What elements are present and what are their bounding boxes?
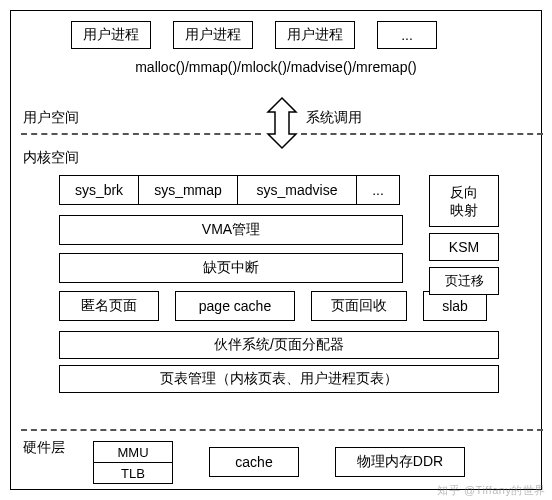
syscall-ellipsis: ... [356, 175, 400, 205]
vma-box: VMA管理 [59, 215, 403, 245]
ddr-box: 物理内存DDR [335, 447, 465, 477]
page-cache-box: page cache [175, 291, 295, 321]
hardware-label: 硬件层 [23, 439, 65, 457]
slab-box: slab [423, 291, 487, 321]
user-process-box: 用户进程 [173, 21, 253, 49]
user-process-ellipsis: ... [377, 21, 437, 49]
tlb-box: TLB [93, 462, 173, 484]
divider-user-kernel [21, 133, 261, 135]
ksm-box: KSM [429, 233, 499, 261]
kernel-side-column: 反向 映射 KSM 页迁移 [429, 175, 499, 295]
sys-madvise-box: sys_madvise [237, 175, 357, 205]
user-process-row: 用户进程 用户进程 用户进程 ... [71, 21, 437, 49]
double-arrow-icon [263, 96, 301, 150]
diagram-frame: 用户进程 用户进程 用户进程 ... malloc()/mmap()/mlock… [10, 10, 542, 490]
memory-row: 匿名页面 page cache 页面回收 slab [59, 291, 499, 321]
rmap-box: 反向 映射 [429, 175, 499, 227]
page-fault-box: 缺页中断 [59, 253, 403, 283]
mmu-tlb-stack: MMU TLB [93, 441, 173, 484]
user-process-box: 用户进程 [71, 21, 151, 49]
sys-mmap-box: sys_mmap [138, 175, 238, 205]
kernel-area: sys_brk sys_mmap sys_madvise ... 反向 映射 K… [59, 175, 511, 393]
sys-brk-box: sys_brk [59, 175, 139, 205]
page-table-box: 页表管理（内核页表、用户进程页表） [59, 365, 499, 393]
page-reclaim-box: 页面回收 [311, 291, 407, 321]
page-migrate-box: 页迁移 [429, 267, 499, 295]
watermark: 知乎 @Tiffany的世界 [437, 483, 546, 498]
divider-user-kernel [301, 133, 543, 135]
divider-kernel-hw [21, 429, 543, 431]
user-space-label: 用户空间 [23, 109, 79, 127]
cache-box: cache [209, 447, 299, 477]
buddy-allocator-box: 伙伴系统/页面分配器 [59, 331, 499, 359]
syscall-label: 系统调用 [306, 109, 362, 127]
kernel-space-label: 内核空间 [23, 149, 79, 167]
hardware-row: MMU TLB cache 物理内存DDR [93, 441, 465, 484]
user-process-box: 用户进程 [275, 21, 355, 49]
malloc-api-label: malloc()/mmap()/mlock()/madvise()/mremap… [11, 59, 541, 75]
mmu-box: MMU [93, 441, 173, 463]
rmap-line2: 映射 [450, 201, 478, 219]
rmap-line1: 反向 [450, 183, 478, 201]
anon-page-box: 匿名页面 [59, 291, 159, 321]
